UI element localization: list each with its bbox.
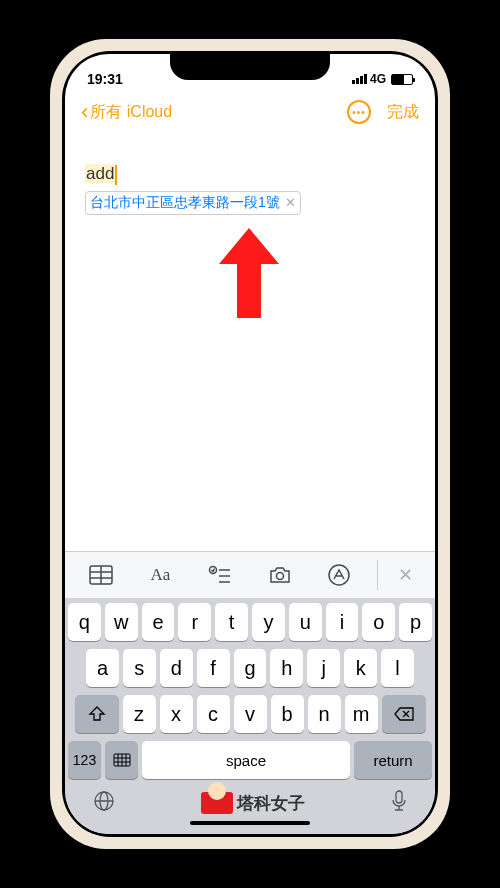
chevron-left-icon: ‹ [81,101,88,123]
key-k[interactable]: k [344,649,377,687]
table-icon[interactable] [79,560,123,590]
back-button[interactable]: ‹ 所有 iCloud [81,101,172,123]
more-options-button[interactable]: ••• [347,100,371,124]
signal-icon [352,74,367,84]
back-label: 所有 iCloud [90,102,172,123]
network-label: 4G [370,72,386,86]
keyboard-row-4: 123 space return [68,741,432,779]
key-y[interactable]: y [252,603,285,641]
notch [170,54,330,80]
watermark-brand: 塔科女子 [201,792,305,815]
key-u[interactable]: u [289,603,322,641]
key-w[interactable]: w [105,603,138,641]
key-x[interactable]: x [160,695,193,733]
key-return[interactable]: return [354,741,432,779]
key-o[interactable]: o [362,603,395,641]
done-button[interactable]: 完成 [387,102,419,123]
annotation-arrow [219,228,279,322]
typed-text: add [85,164,415,185]
key-b[interactable]: b [271,695,304,733]
svg-rect-21 [396,791,402,803]
status-right: 4G [352,72,413,86]
key-c[interactable]: c [197,695,230,733]
text-cursor [115,165,117,185]
phone-bezel: 19:31 4G ‹ 所有 iCloud ••• 完成 [62,51,438,837]
keyboard: q w e r t y u i o p a s d f g h [65,598,435,834]
key-m[interactable]: m [345,695,378,733]
checklist-icon[interactable] [198,560,242,590]
key-f[interactable]: f [197,649,230,687]
key-d[interactable]: d [160,649,193,687]
nav-bar: ‹ 所有 iCloud ••• 完成 [65,94,435,134]
key-delete[interactable] [382,695,426,733]
key-space[interactable]: space [142,741,350,779]
suggestion-dismiss-icon[interactable]: ✕ [285,195,296,210]
phone-frame: 19:31 4G ‹ 所有 iCloud ••• 完成 [50,39,450,849]
brand-text: 塔科女子 [237,792,305,815]
keyboard-row-3: z x c v b n m [68,695,432,733]
key-numbers[interactable]: 123 [68,741,101,779]
key-e[interactable]: e [142,603,175,641]
brand-badge-icon [201,792,233,814]
suggestion-text: 台北市中正區忠孝東路一段1號 [90,194,280,212]
svg-point-9 [329,565,349,585]
keyboard-row-1: q w e r t y u i o p [68,603,432,641]
home-indicator[interactable] [190,821,310,825]
close-keyboard-icon[interactable]: ✕ [377,560,421,590]
svg-point-8 [276,573,283,580]
notes-toolbar: Aa ✕ [65,551,435,598]
note-editor[interactable]: add 台北市中正區忠孝東路一段1號 ✕ [65,134,435,551]
key-n[interactable]: n [308,695,341,733]
status-time: 19:31 [87,71,123,87]
key-q[interactable]: q [68,603,101,641]
key-language[interactable] [105,741,138,779]
keyboard-row-2: a s d f g h j k l [68,649,432,687]
key-shift[interactable] [75,695,119,733]
text-replacement-suggestion[interactable]: 台北市中正區忠孝東路一段1號 ✕ [85,191,301,215]
battery-icon [391,74,413,85]
key-p[interactable]: p [399,603,432,641]
key-j[interactable]: j [307,649,340,687]
key-h[interactable]: h [270,649,303,687]
key-t[interactable]: t [215,603,248,641]
camera-icon[interactable] [258,560,302,590]
keyboard-footer: 塔科女子 [68,785,432,819]
key-i[interactable]: i [326,603,359,641]
mic-icon[interactable] [390,789,408,817]
globe-icon[interactable] [92,789,116,817]
key-a[interactable]: a [86,649,119,687]
text-format-icon[interactable]: Aa [138,560,182,590]
key-z[interactable]: z [123,695,156,733]
markup-icon[interactable] [317,560,361,590]
key-g[interactable]: g [234,649,267,687]
key-r[interactable]: r [178,603,211,641]
key-l[interactable]: l [381,649,414,687]
key-s[interactable]: s [123,649,156,687]
key-v[interactable]: v [234,695,267,733]
screen: 19:31 4G ‹ 所有 iCloud ••• 完成 [65,54,435,834]
